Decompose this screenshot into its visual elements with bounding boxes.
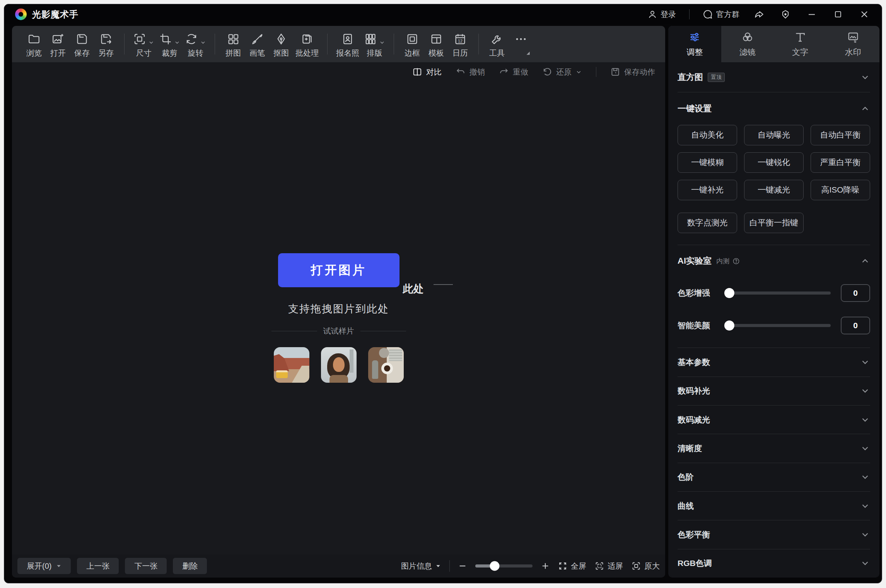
one-key-dim-light-button[interactable]: 一键减光 [744,180,804,200]
ai-lab-section-header[interactable]: AI实验室 内测 [678,245,870,277]
samples-line-left [271,331,317,331]
digital-spot-metering-button[interactable]: 数字点测光 [678,213,737,233]
one-key-sharpen-button[interactable]: 一键锐化 [744,152,804,173]
calendar-button[interactable]: 12 日历 [448,32,472,57]
close-button[interactable] [858,8,871,21]
redo-button[interactable]: 重做 [499,67,528,77]
white-balance-one-touch-button[interactable]: 白平衡一指键 [744,213,804,233]
color-enhance-slider[interactable] [728,291,831,295]
maximize-button[interactable] [831,8,845,21]
smart-beauty-slider[interactable] [728,324,831,327]
official-group-button[interactable]: 官方群 [703,9,739,20]
open-image-button[interactable]: 打开图片 [278,253,399,287]
section-curves[interactable]: 曲线 [678,492,870,520]
smart-beauty-value[interactable]: 0 [841,317,870,334]
auto-beautify-button[interactable]: 自动美化 [678,125,737,145]
zoom-out-button[interactable] [458,562,467,570]
id-photo-button[interactable]: 报名照 [334,32,362,57]
one-key-blur-button[interactable]: 一键模糊 [678,152,737,173]
high-iso-denoise-button[interactable]: 高ISO降噪 [811,180,870,200]
rotate-button[interactable]: 旋转 [183,32,208,57]
section-levels[interactable]: 色阶 [678,463,870,491]
section-clarity[interactable]: 清晰度 [678,434,870,462]
help-icon[interactable] [732,257,740,265]
resize-button[interactable]: 尺寸 [131,32,157,57]
wrench-icon [490,32,504,46]
auto-exposure-button[interactable]: 自动曝光 [744,125,804,145]
severe-white-balance-button[interactable]: 严重白平衡 [811,152,870,173]
tab-watermark[interactable]: 水印 [827,26,880,62]
chevron-down-icon [860,72,870,82]
canvas-dropzone[interactable]: 打开图片 此处 支持拖拽图片到此处 试试样片 [12,82,665,554]
cutout-button[interactable]: 抠图 [269,32,293,57]
main-toolbar: 浏览 打开 保存 另存 [12,26,665,62]
sample-thumbnail-portrait[interactable] [321,347,357,383]
expand-filmstrip-button[interactable]: 展开(0) [17,558,71,574]
histogram-section-header[interactable]: 直方图 置顶 [678,62,870,92]
auto-white-balance-button[interactable]: 自动白平衡 [811,125,870,145]
section-digital-fill-light[interactable]: 数码补光 [678,377,870,405]
image-info-button[interactable]: 图片信息 [401,561,441,571]
tab-adjust[interactable]: 调整 [668,26,721,62]
original-size-icon [632,561,641,571]
template-button[interactable]: 模板 [424,32,448,57]
more-tools-button[interactable] [509,33,533,56]
restore-button[interactable]: 还原 [542,67,582,77]
minimize-button[interactable] [805,8,818,21]
section-label: 曲线 [678,501,694,511]
one-key-section-header[interactable]: 一键设置 [678,92,870,124]
compare-button[interactable]: 对比 [412,67,442,77]
previous-image-button[interactable]: 上一张 [77,558,119,574]
collage-button[interactable]: 拼图 [221,32,245,57]
share-button[interactable] [753,8,766,21]
browse-button[interactable]: 浏览 [22,32,46,57]
undo-button[interactable]: 撤销 [456,67,485,77]
fullscreen-button[interactable]: 全屏 [558,561,586,571]
sample-thumbnail-desert[interactable] [274,347,309,383]
crop-button[interactable]: 裁剪 [157,32,183,57]
fit-screen-button[interactable]: 适屏 [595,561,623,571]
section-color-balance[interactable]: 色彩平衡 [678,520,870,549]
toolbar-divider [394,34,394,55]
section-digital-dim-light[interactable]: 数码减光 [678,406,870,434]
one-key-fill-light-button[interactable]: 一键补光 [678,180,737,200]
next-image-button[interactable]: 下一张 [125,558,167,574]
share-icon [754,9,764,19]
text-tool-icon [794,31,806,43]
fit-screen-icon [595,561,604,571]
save-as-button[interactable]: 另存 [94,32,118,57]
thumb-detail [384,365,390,372]
section-basic-params[interactable]: 基本参数 [678,348,870,376]
batch-button[interactable]: 批处理 [293,32,321,57]
layout-button[interactable]: 排版 [362,32,388,57]
open-button[interactable]: 打开 [46,32,70,57]
triangle-down-icon [56,563,61,569]
zoom-in-button[interactable] [541,562,550,570]
tools-button[interactable]: 工具 [485,32,509,57]
original-size-button[interactable]: 原大 [632,561,660,571]
frame-button[interactable]: 边框 [400,32,424,57]
thumb-detail [350,349,353,373]
zoom-slider[interactable] [475,564,533,568]
main-area: 对比 撤销 重做 还原 [12,62,879,578]
color-enhance-value[interactable]: 0 [841,284,870,302]
samples-line-right [360,331,406,331]
brush-button[interactable]: 画笔 [245,32,269,57]
next-label: 下一张 [134,561,157,571]
pin-to-top-badge[interactable]: 置顶 [708,73,725,82]
settings-button[interactable] [779,8,792,21]
smart-beauty-slider-handle[interactable] [724,320,734,331]
chevron-down-icon [860,530,870,540]
color-enhance-slider-handle[interactable] [724,288,734,298]
tab-filters[interactable]: 滤镜 [721,26,774,62]
zoom-slider-handle[interactable] [490,561,500,571]
ai-lab-title: AI实验室 [678,255,712,267]
save-button[interactable]: 保存 [70,32,94,57]
save-action-button[interactable]: 保存动作 [610,67,655,77]
sample-thumbnail-flatlay[interactable] [368,347,404,383]
sliders-icon [688,31,701,43]
login-button[interactable]: 登录 [648,9,676,20]
delete-button[interactable]: 删除 [173,558,207,574]
tab-text[interactable]: 文字 [774,26,827,62]
section-rgb-tone[interactable]: RGB色调 [678,549,870,578]
